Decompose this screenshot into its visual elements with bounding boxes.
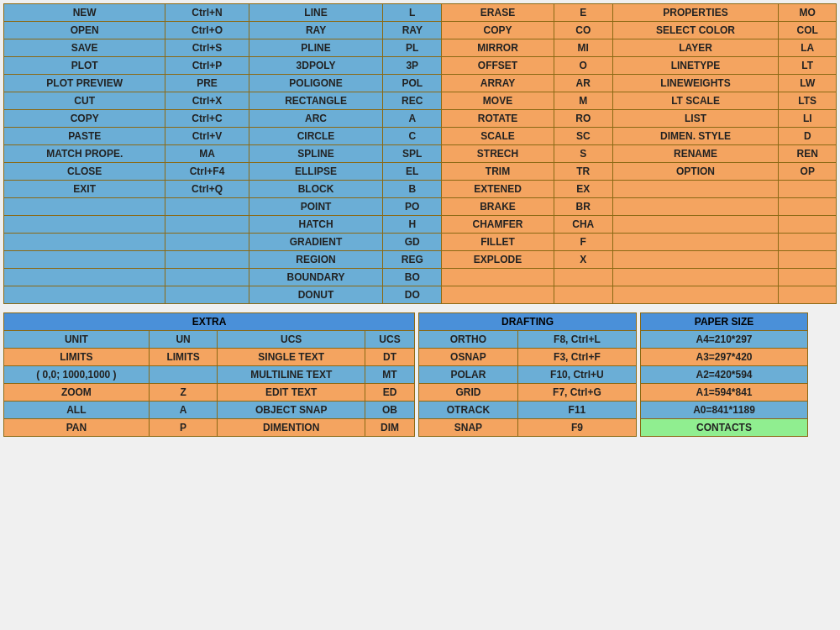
- top-cell-10-1: Ctrl+Q: [165, 181, 249, 198]
- top-cell-9-7: OP: [779, 163, 837, 181]
- paper-table: PAPER SIZE A4=210*297A3=297*420A2=420*59…: [640, 312, 808, 437]
- extra-cell-0-0: UNIT: [4, 331, 150, 349]
- top-cell-4-6: LINEWEIGHTS: [612, 75, 779, 92]
- top-cell-14-6: [612, 251, 779, 269]
- top-cell-13-5: F: [554, 234, 612, 251]
- extra-cell-0-1: UN: [149, 331, 218, 349]
- top-cell-12-3: H: [383, 216, 442, 234]
- drafting-cell-4-1: F11: [517, 402, 636, 419]
- extra-cell-4-1: A: [149, 402, 218, 419]
- top-cell-11-3: PO: [383, 198, 442, 216]
- top-cell-1-2: RAY: [249, 22, 383, 39]
- top-cell-9-1: Ctrl+F4: [165, 163, 249, 181]
- top-cell-14-3: REG: [383, 251, 442, 269]
- top-cell-5-3: REC: [383, 92, 442, 110]
- top-cell-7-1: Ctrl+V: [165, 128, 249, 145]
- extra-cell-4-3: OB: [365, 402, 414, 419]
- top-cell-13-1: [165, 234, 249, 251]
- top-cell-12-5: CHA: [554, 216, 612, 234]
- top-cell-3-2: 3DPOLY: [249, 57, 383, 75]
- top-cell-15-6: [612, 269, 779, 286]
- bottom-section: EXTRA UNITUNUCSUCSLIMITSLIMITSSINGLE TEX…: [3, 312, 837, 437]
- extra-cell-2-0: ( 0,0; 1000,1000 ): [4, 366, 150, 384]
- top-cell-12-6: [612, 216, 779, 234]
- top-cell-5-5: M: [554, 92, 612, 110]
- extra-cell-5-1: P: [149, 419, 218, 437]
- top-cell-7-7: D: [779, 128, 837, 145]
- top-cell-2-0: SAVE: [4, 39, 165, 57]
- paper-cell-1-0: A3=297*420: [641, 349, 808, 366]
- top-cell-5-0: CUT: [4, 92, 165, 110]
- top-cell-1-6: SELECT COLOR: [612, 22, 779, 39]
- top-cell-14-2: REGION: [249, 251, 383, 269]
- extra-cell-5-0: PAN: [4, 419, 150, 437]
- top-cell-7-3: C: [383, 128, 442, 145]
- top-cell-8-7: REN: [779, 145, 837, 163]
- top-cell-13-0: [4, 234, 165, 251]
- top-cell-13-7: [779, 234, 837, 251]
- extra-cell-2-1: [149, 366, 218, 384]
- top-cell-12-0: [4, 216, 165, 234]
- drafting-cell-1-1: F3, Ctrl+F: [517, 349, 636, 366]
- top-cell-6-6: LIST: [612, 110, 779, 128]
- top-cell-9-0: CLOSE: [4, 163, 165, 181]
- top-cell-8-0: MATCH PROPE.: [4, 145, 165, 163]
- extra-cell-0-3: UCS: [365, 331, 414, 349]
- top-cell-1-3: RAY: [383, 22, 442, 39]
- top-cell-4-1: PRE: [165, 75, 249, 92]
- extra-header: EXTRA: [4, 313, 415, 331]
- top-cell-11-5: BR: [554, 198, 612, 216]
- top-cell-7-4: SCALE: [442, 128, 554, 145]
- extra-cell-3-3: ED: [365, 384, 414, 402]
- top-cell-0-5: E: [554, 4, 612, 22]
- top-cell-0-4: ERASE: [442, 4, 554, 22]
- top-cell-14-5: X: [554, 251, 612, 269]
- top-cell-6-5: RO: [554, 110, 612, 128]
- paper-cell-2-0: A2=420*594: [641, 366, 808, 384]
- top-cell-0-0: NEW: [4, 4, 165, 22]
- top-cell-15-3: BO: [383, 269, 442, 286]
- top-cell-15-1: [165, 269, 249, 286]
- top-cell-0-7: MO: [779, 4, 837, 22]
- drafting-cell-3-0: GRID: [419, 384, 518, 402]
- top-cell-4-7: LW: [779, 75, 837, 92]
- top-cell-6-1: Ctrl+C: [165, 110, 249, 128]
- top-cell-9-2: ELLIPSE: [249, 163, 383, 181]
- top-cell-10-3: B: [383, 181, 442, 198]
- top-cell-4-2: POLIGONE: [249, 75, 383, 92]
- top-cell-8-2: SPLINE: [249, 145, 383, 163]
- top-cell-11-4: BRAKE: [442, 198, 554, 216]
- top-cell-16-7: [779, 286, 837, 304]
- top-cell-14-4: EXPLODE: [442, 251, 554, 269]
- top-cell-5-7: LTS: [779, 92, 837, 110]
- top-cell-13-3: GD: [383, 234, 442, 251]
- top-cell-14-1: [165, 251, 249, 269]
- drafting-cell-2-0: POLAR: [419, 366, 518, 384]
- drafting-cell-5-1: F9: [517, 419, 636, 437]
- extra-cell-5-3: DIM: [365, 419, 414, 437]
- extra-cell-0-2: UCS: [218, 331, 365, 349]
- top-cell-0-6: PROPERTIES: [612, 4, 779, 22]
- top-cell-6-4: ROTATE: [442, 110, 554, 128]
- paper-cell-0-0: A4=210*297: [641, 331, 808, 349]
- top-cell-13-6: [612, 234, 779, 251]
- top-cell-2-4: MIRROR: [442, 39, 554, 57]
- top-cell-5-4: MOVE: [442, 92, 554, 110]
- top-cell-0-2: LINE: [249, 4, 383, 22]
- top-cell-1-5: CO: [554, 22, 612, 39]
- extra-cell-2-2: MULTILINE TEXT: [218, 366, 365, 384]
- top-cell-8-3: SPL: [383, 145, 442, 163]
- top-cell-7-0: PASTE: [4, 128, 165, 145]
- top-cell-8-4: STRECH: [442, 145, 554, 163]
- extra-cell-1-3: DT: [365, 349, 414, 366]
- top-cell-12-2: HATCH: [249, 216, 383, 234]
- paper-cell-3-0: A1=594*841: [641, 384, 808, 402]
- top-cell-11-2: POINT: [249, 198, 383, 216]
- top-cell-1-4: COPY: [442, 22, 554, 39]
- top-cell-16-3: DO: [383, 286, 442, 304]
- drafting-cell-0-0: ORTHO: [419, 331, 518, 349]
- top-cell-11-7: [779, 198, 837, 216]
- top-cell-15-0: [4, 269, 165, 286]
- top-cell-12-7: [779, 216, 837, 234]
- top-cell-5-1: Ctrl+X: [165, 92, 249, 110]
